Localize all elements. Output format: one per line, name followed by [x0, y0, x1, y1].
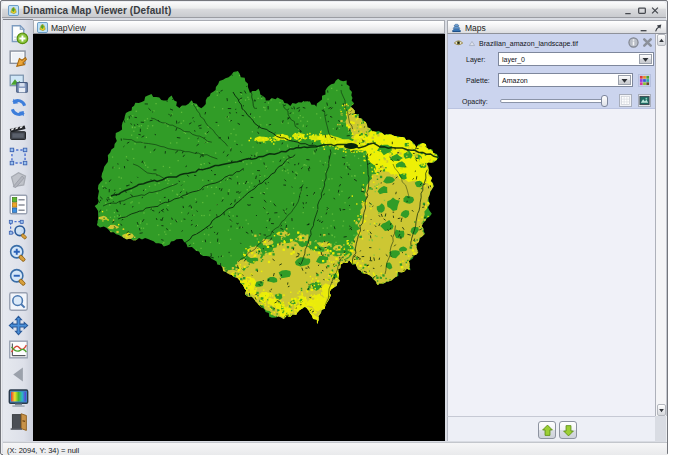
zoom-extent-button[interactable]: [6, 290, 30, 313]
save-image-icon: [6, 72, 30, 95]
dock-minimize-button[interactable]: [639, 23, 649, 33]
status-bar: (X: 2094, Y: 34) = null: [3, 442, 667, 455]
select-region-button[interactable]: [6, 145, 30, 168]
dock-minimize-icon: [639, 23, 649, 33]
pan-button[interactable]: [6, 314, 30, 337]
zoom-region-button[interactable]: [6, 218, 30, 241]
dock-float-button[interactable]: [653, 23, 663, 33]
toolbar: [3, 19, 33, 441]
attribute-table-button[interactable]: [619, 94, 632, 107]
chart-button[interactable]: [6, 338, 30, 361]
app-window: Dinamica Map Viewer (Default) MapView Ma…: [0, 0, 668, 455]
mapview-icon: [37, 22, 48, 33]
dock-float-icon: [653, 23, 663, 33]
scroll-up-icon: [658, 35, 665, 45]
zoom-extent-icon: [6, 290, 30, 313]
title-bar[interactable]: Dinamica Map Viewer (Default): [2, 2, 666, 18]
raster-layer-icon: [468, 40, 476, 47]
back-button[interactable]: [6, 363, 30, 386]
win-maximize-icon: [637, 5, 647, 16]
zoom-in-button[interactable]: [6, 242, 30, 265]
combo-arrow-icon: [640, 55, 651, 63]
info-icon: [628, 37, 639, 48]
app-icon: [8, 5, 19, 16]
minimize-button[interactable]: [624, 5, 634, 16]
save-image-button[interactable]: [6, 72, 30, 95]
scroll-down-icon: [658, 405, 665, 415]
opacity-slider[interactable]: [500, 98, 612, 105]
opacity-row: Opacity:: [448, 94, 656, 110]
layer-label: Layer:: [466, 56, 485, 63]
refresh-button[interactable]: [6, 96, 30, 119]
legend-editor-button[interactable]: [6, 193, 30, 216]
maps-icon: [451, 22, 462, 33]
layer-card: Brazilian_amazon_landscape.tif Layer: la…: [448, 34, 656, 109]
chart-icon: [6, 338, 30, 361]
maximize-button[interactable]: [637, 5, 647, 16]
new-map-icon: [6, 23, 30, 46]
maps-panel-header[interactable]: Maps: [447, 20, 667, 34]
layer-select[interactable]: layer_0: [498, 52, 654, 66]
edit-region-disabled-icon: [6, 169, 30, 192]
move-up-icon: [539, 422, 555, 438]
layer-remove-button[interactable]: [642, 37, 653, 48]
edit-region-button[interactable]: [6, 169, 30, 192]
palette-select[interactable]: Amazon: [498, 73, 633, 87]
zoom-out-icon: [6, 266, 30, 289]
layer-move-down-button[interactable]: [559, 421, 577, 439]
open-map-icon: [6, 47, 30, 70]
maps-panel-content: Brazilian_amazon_landscape.tif Layer: la…: [447, 34, 655, 416]
maps-header-buttons: [639, 22, 663, 34]
palette-select-arrow[interactable]: [618, 75, 631, 85]
close-button[interactable]: [650, 5, 660, 16]
scroll-up-button[interactable]: [657, 34, 666, 46]
select-region-icon: [6, 145, 30, 168]
zoom-region-icon: [6, 218, 30, 241]
layer-select-value: layer_0: [502, 56, 525, 63]
dinamica-icon: [8, 5, 19, 16]
zoom-out-button[interactable]: [6, 266, 30, 289]
move-down-icon: [560, 422, 576, 438]
palette-select-row: Palette: Amazon: [448, 73, 656, 89]
mapview-panel-header[interactable]: MapView: [33, 20, 445, 34]
zoom-in-icon: [6, 242, 30, 265]
map-canvas[interactable]: [33, 34, 445, 441]
dinamica-icon: [37, 22, 48, 33]
legend-icon: [6, 193, 30, 216]
animation-icon: [6, 121, 30, 144]
win-close-icon: [650, 5, 660, 16]
animation-button[interactable]: [6, 121, 30, 144]
exit-button[interactable]: [6, 411, 30, 434]
palette-screen-icon: [6, 386, 30, 409]
window-controls: [624, 2, 660, 18]
eye-icon: [452, 38, 465, 48]
palette-grid-icon: [639, 75, 650, 86]
layer-visibility-toggle[interactable]: [452, 38, 465, 48]
map-thumb-icon: [639, 95, 650, 106]
layer-move-up-button[interactable]: [538, 421, 556, 439]
layer-row[interactable]: Brazilian_amazon_landscape.tif: [448, 37, 656, 51]
opacity-slider-handle[interactable]: [601, 95, 608, 107]
new-map-button[interactable]: [6, 23, 30, 46]
palette-manager-button[interactable]: [6, 386, 30, 409]
pan-icon: [6, 314, 30, 337]
palette-editor-button[interactable]: [638, 74, 651, 87]
table-disabled-icon: [620, 95, 631, 106]
win-minimize-icon: [624, 5, 634, 16]
combo-arrow-icon: [619, 76, 630, 84]
remove-x-icon: [642, 37, 653, 48]
palette-label: Palette:: [466, 77, 490, 84]
layer-thumbnail-button[interactable]: [638, 94, 651, 107]
maps-panel-footer: [447, 416, 655, 441]
opacity-label: Opacity:: [462, 98, 488, 105]
maps-scrollbar[interactable]: [655, 34, 667, 416]
opacity-slider-track[interactable]: [500, 99, 608, 103]
exit-door-icon: [6, 411, 30, 434]
layer-name: Brazilian_amazon_landscape.tif: [479, 40, 578, 47]
layer-select-arrow[interactable]: [639, 54, 652, 64]
layer-select-row: Layer: layer_0: [448, 52, 656, 68]
open-map-button[interactable]: [6, 47, 30, 70]
raster-tri-icon: [468, 40, 476, 47]
scroll-down-button[interactable]: [657, 404, 666, 416]
layer-info-button[interactable]: [628, 37, 639, 48]
